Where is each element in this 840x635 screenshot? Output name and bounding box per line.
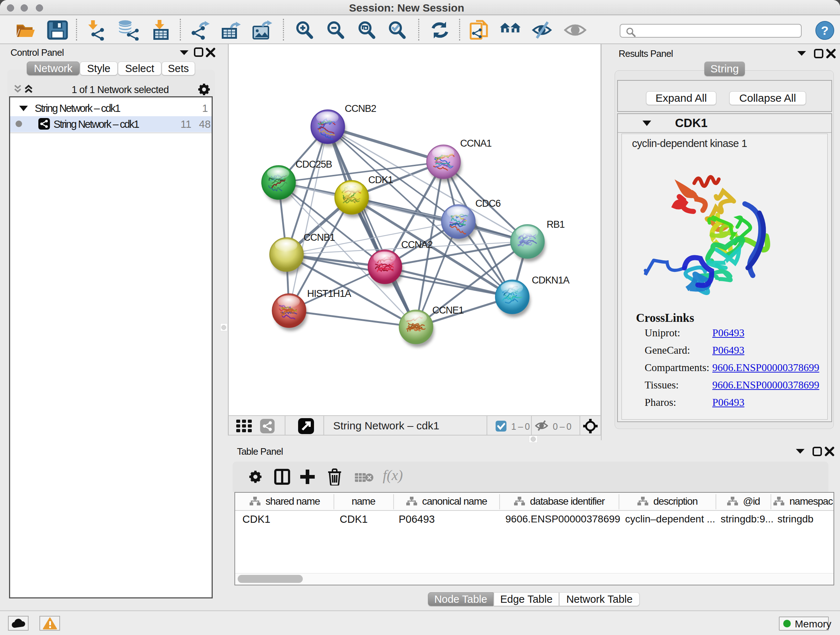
svg-text:CDKN1A: CDKN1A — [532, 275, 570, 286]
svg-text:CCNA1: CCNA1 — [460, 138, 492, 149]
svg-text:?: ? — [821, 24, 829, 37]
svg-text:HIST1H1A: HIST1H1A — [307, 288, 351, 299]
svg-text:CCNE1: CCNE1 — [432, 305, 464, 316]
svg-text:CCNB1: CCNB1 — [303, 232, 335, 243]
svg-text:CCNB2: CCNB2 — [345, 103, 376, 114]
svg-text:CCNA2: CCNA2 — [401, 239, 433, 250]
svg-text:RB1: RB1 — [546, 219, 565, 230]
svg-text:CDC6: CDC6 — [475, 198, 501, 209]
svg-text:CDK1: CDK1 — [368, 174, 393, 185]
svg-text:CDC25B: CDC25B — [295, 159, 332, 170]
